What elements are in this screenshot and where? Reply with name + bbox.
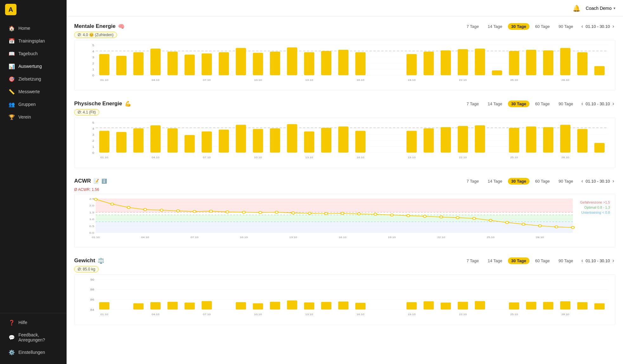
phys-next-arrow[interactable]: › [611,100,615,107]
svg-text:16.10: 16.10 [356,79,364,81]
acwr-title: ACWR 📝 ℹ️ [74,178,107,184]
user-menu[interactable]: Coach Demo ▾ [586,6,615,11]
gew-next-arrow[interactable]: › [611,257,615,264]
phys-time-60[interactable]: 60 Tage [532,101,553,107]
sidebar-item-messwerte[interactable]: 📏Messwerte [3,86,64,98]
acwr-next-arrow[interactable]: › [611,178,615,185]
svg-point-132 [407,214,410,217]
legend-under: Untertraining < 0.8 [580,211,610,214]
svg-text:07.10: 07.10 [203,79,211,81]
sidebar-item-zielsetzung[interactable]: 🎯Zielsetzung [3,73,64,85]
main-content: Mentale Energie 🧠 7 Tage 14 Tage 30 Tage… [67,16,623,364]
notification-bell-icon[interactable]: 🔔 [573,4,581,12]
sidebar-item-verein[interactable]: 🏆Verein [3,111,64,123]
phys-time-30[interactable]: 30 Tage [508,101,529,107]
svg-rect-183 [321,302,331,309]
svg-rect-71 [185,135,195,153]
svg-rect-31 [321,51,331,75]
acwr-prev-arrow[interactable]: ‹ [580,178,584,185]
svg-rect-93 [509,128,519,153]
time-30-tage[interactable]: 30 Tage [508,23,529,30]
sidebar-item-home[interactable]: 🏠Home [3,22,64,34]
svg-text:3: 3 [92,56,94,59]
time-60-tage[interactable]: 60 Tage [532,23,553,30]
gew-time-90[interactable]: 90 Tage [555,257,576,264]
gew-date-range: ‹ 01.10 - 30.10 › [580,257,615,264]
svg-text:1: 1 [92,145,94,148]
sidebar-item-hilfe[interactable]: ❓Hilfe [3,316,64,328]
sidebar-item-gruppen[interactable]: 👥Gruppen [3,98,64,110]
acwr-time-7[interactable]: 7 Tage [463,178,482,185]
phys-time-7[interactable]: 7 Tage [463,101,482,107]
physische-energie-section: Physische Energie 💪 7 Tage 14 Tage 30 Ta… [74,100,615,168]
acwr-time-90[interactable]: 90 Tage [555,178,576,185]
svg-rect-88 [424,128,434,153]
sidebar-item-auswertung[interactable]: 📊Auswertung [3,60,64,72]
phys-prev-arrow[interactable]: ‹ [580,100,584,107]
svg-rect-17 [150,49,160,75]
mentale-energie-title: Mentale Energie 🧠 [74,23,125,30]
svg-rect-66 [116,132,127,153]
gruppen-icon: 👥 [9,101,15,107]
svg-rect-75 [236,125,246,153]
svg-rect-172 [167,302,178,310]
svg-rect-80 [304,131,314,153]
gew-time-30[interactable]: 30 Tage [508,257,529,264]
svg-rect-20 [185,55,195,75]
svg-point-141 [555,226,558,228]
sidebar-logo: A [0,0,67,19]
svg-text:07.10: 07.10 [191,236,198,238]
sidebar-item-tagebuch[interactable]: 📖Tagebuch [3,48,64,60]
svg-rect-194 [509,302,519,309]
svg-point-114 [111,203,114,205]
sidebar-item-einstellungen[interactable]: ⚙️Einstellungen [3,346,64,358]
acwr-time-14[interactable]: 14 Tage [484,178,505,185]
svg-rect-32 [338,50,348,75]
prev-arrow[interactable]: ‹ [580,23,584,30]
svg-rect-169 [133,303,143,309]
feedback-icon: 💬 [9,335,15,340]
svg-rect-196 [526,302,536,310]
phys-date-range: ‹ 01.10 - 30.10 › [580,100,615,107]
time-90-tage[interactable]: 90 Tage [555,23,576,30]
sidebar: A 🏠Home📅Trainingsplan📖Tagebuch📊Auswertun… [0,0,67,364]
svg-rect-19 [167,52,178,75]
svg-text:13.10: 13.10 [289,236,297,238]
info-icon[interactable]: ℹ️ [101,179,107,184]
svg-point-119 [193,211,196,213]
phys-time-90[interactable]: 90 Tage [555,101,576,107]
acwr-time-60[interactable]: 60 Tage [532,178,553,185]
acwr-time-30[interactable]: 30 Tage [508,178,529,185]
svg-text:19.10: 19.10 [408,313,416,316]
svg-rect-198 [560,301,570,309]
gew-time-14[interactable]: 14 Tage [484,257,505,264]
gewicht-avg: Ø: 85.0 kg [74,266,99,272]
time-14-tage[interactable]: 14 Tage [484,23,505,30]
svg-rect-49 [577,52,587,75]
gew-time-7[interactable]: 7 Tage [463,257,482,264]
gew-time-60[interactable]: 60 Tage [532,257,553,264]
svg-rect-35 [406,54,417,75]
svg-point-128 [341,212,344,214]
svg-rect-174 [202,301,212,310]
svg-text:0: 0 [92,74,94,77]
svg-rect-67 [133,128,143,153]
svg-text:25.10: 25.10 [510,79,518,81]
svg-rect-50 [594,66,605,75]
svg-rect-46 [543,50,553,75]
next-arrow[interactable]: › [611,23,615,30]
svg-rect-37 [424,52,434,75]
sidebar-item-trainingsplan[interactable]: 📅Trainingsplan [3,35,64,47]
time-7-tage[interactable]: 7 Tage [463,23,482,30]
svg-rect-16 [133,52,143,75]
svg-point-139 [522,223,525,225]
gew-prev-arrow[interactable]: ‹ [580,257,584,264]
gewicht-header: Gewicht ⚖️ 7 Tage 14 Tage 30 Tage 60 Tag… [74,257,615,264]
svg-text:19.10: 19.10 [408,79,416,81]
sidebar-item-feedback[interactable]: 💬Feedback, Anregungen? [3,329,64,346]
svg-text:22.10: 22.10 [437,236,445,238]
svg-rect-29 [304,52,314,75]
zielsetzung-icon: 🎯 [9,76,15,82]
svg-point-117 [160,209,163,211]
phys-time-14[interactable]: 14 Tage [484,101,505,107]
